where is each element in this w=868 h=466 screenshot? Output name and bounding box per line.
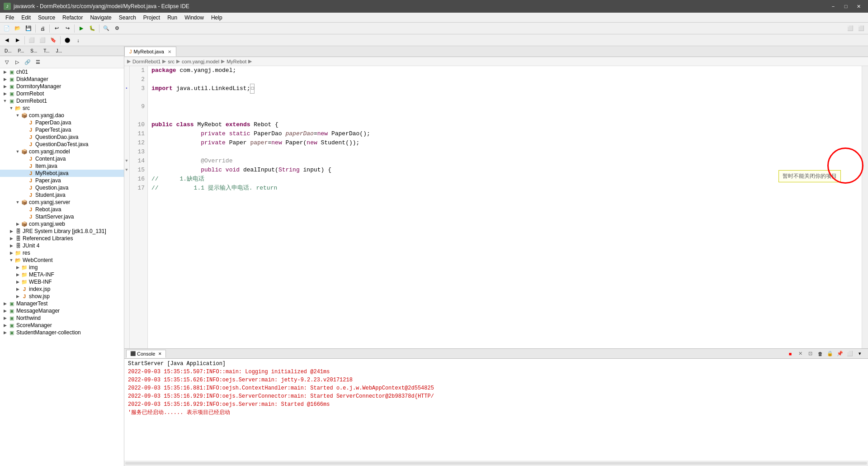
sidebar-tab-d[interactable]: D... bbox=[2, 48, 14, 54]
tree-item[interactable]: JPaper.java bbox=[0, 177, 124, 184]
tree-item[interactable]: ▶📁WEB-INF bbox=[0, 278, 124, 285]
tree-item[interactable]: ▶▣StudentManager-collection bbox=[0, 329, 124, 336]
minimize-button[interactable]: − bbox=[827, 2, 839, 11]
menu-navigate[interactable]: Navigate bbox=[86, 13, 115, 23]
toolbar-settings[interactable]: ⚙ bbox=[112, 24, 122, 33]
tree-item[interactable]: ▼📂WebContent bbox=[0, 257, 124, 264]
toolbar-open[interactable]: 📂 bbox=[13, 24, 23, 33]
console-tab-close[interactable]: ✕ bbox=[158, 352, 162, 356]
tab-myrebot[interactable]: J MyRebot.java ✕ bbox=[124, 47, 176, 57]
tree-item[interactable]: ▼📦com.yangj.dao bbox=[0, 112, 124, 119]
toolbar-new[interactable]: 📄 bbox=[2, 24, 12, 33]
maximize-button[interactable]: □ bbox=[840, 2, 852, 11]
toolbar-search[interactable]: 🔍 bbox=[101, 24, 111, 33]
console-pin[interactable]: 📌 bbox=[835, 350, 844, 358]
tree-item[interactable]: ▼📂src bbox=[0, 105, 124, 112]
sidebar-collapse[interactable]: ▽ bbox=[2, 57, 12, 67]
breadcrumb-class[interactable]: MyRebot bbox=[226, 59, 246, 64]
tree-item[interactable]: ▶🗄Referenced Libraries bbox=[0, 235, 124, 242]
toolbar-sep-4 bbox=[99, 24, 99, 33]
sidebar-menu[interactable]: ☰ bbox=[33, 57, 43, 67]
tree-item[interactable]: JItem.java bbox=[0, 162, 124, 170]
tree-item[interactable]: ▶📦com.yangj.web bbox=[0, 220, 124, 228]
toolbar-views[interactable]: ⬜ bbox=[856, 24, 866, 33]
menu-file[interactable]: File bbox=[2, 13, 18, 23]
tree-item[interactable]: ▶▣DiskManager bbox=[0, 76, 124, 83]
console-menu[interactable]: ▾ bbox=[855, 350, 864, 358]
menu-window[interactable]: Window bbox=[181, 13, 208, 23]
code-content[interactable]: package com.yangj.model; import java.uti… bbox=[148, 66, 862, 348]
toolbar-print[interactable]: 🖨 bbox=[38, 24, 47, 33]
tree-item[interactable]: ▶Jshow.jsp bbox=[0, 293, 124, 300]
tree-item[interactable]: JMyRebot.java bbox=[0, 170, 124, 177]
tree-item[interactable]: ▶📁res bbox=[0, 249, 124, 257]
toolbar-undo[interactable]: ↩ bbox=[52, 24, 61, 33]
menu-project[interactable]: Project bbox=[140, 13, 164, 23]
sidebar-link[interactable]: 🔗 bbox=[23, 57, 33, 67]
tree-item[interactable]: JQuestion.java bbox=[0, 184, 124, 191]
sidebar-tab-j[interactable]: J... bbox=[53, 48, 65, 54]
tree-item[interactable]: JPaperTest.java bbox=[0, 126, 124, 133]
toolbar-perspective[interactable]: ⬜ bbox=[845, 24, 855, 33]
console-tab[interactable]: ⬛ Console ✕ bbox=[126, 350, 166, 358]
toolbar-save[interactable]: 💾 bbox=[24, 24, 33, 33]
tree-item[interactable]: ▶▣MessageManager bbox=[0, 307, 124, 314]
tree-item[interactable]: ▶▣ManagerTest bbox=[0, 300, 124, 307]
sidebar-expand[interactable]: ▷ bbox=[12, 57, 22, 67]
tree-item[interactable]: JStudent.java bbox=[0, 191, 124, 199]
tree-item[interactable]: ▶📁img bbox=[0, 264, 124, 271]
tree-item[interactable]: ▶▣Northwind bbox=[0, 314, 124, 322]
console-new-window[interactable]: ⬜ bbox=[845, 350, 854, 358]
console-output: StartServer [Java Application] 2022-09-0… bbox=[124, 359, 868, 461]
console-disconnect[interactable]: ⊡ bbox=[806, 350, 815, 358]
console-clear[interactable]: 🗑 bbox=[816, 350, 825, 358]
tree-item[interactable]: ▼▣DormRebot1 bbox=[0, 97, 124, 105]
sidebar-tab-s[interactable]: S... bbox=[28, 48, 40, 54]
tab-close[interactable]: ✕ bbox=[168, 49, 171, 54]
menu-source[interactable]: Source bbox=[34, 13, 59, 23]
tree-item[interactable]: ▼📦com.yangj.server bbox=[0, 199, 124, 206]
breadcrumb-arrow-1: ▶ bbox=[127, 58, 131, 64]
close-button[interactable]: ✕ bbox=[853, 2, 864, 11]
toolbar2-outline[interactable]: ⬜ bbox=[38, 35, 47, 45]
toolbar2-step[interactable]: ↓ bbox=[73, 35, 83, 45]
editor-scrollbar-right[interactable] bbox=[862, 66, 868, 348]
sidebar-tab-t[interactable]: T... bbox=[41, 48, 52, 54]
toolbar-redo[interactable]: ↪ bbox=[62, 24, 72, 33]
menu-edit[interactable]: Edit bbox=[18, 13, 34, 23]
breadcrumb-src[interactable]: src bbox=[168, 59, 175, 64]
tree-item[interactable]: JQuestionDaoTest.java bbox=[0, 141, 124, 148]
menu-help[interactable]: Help bbox=[208, 13, 226, 23]
tree-item[interactable]: JContent.java bbox=[0, 155, 124, 162]
tree-item[interactable]: ▼📦com.yangj.model bbox=[0, 148, 124, 155]
toolbar2-hierarchy[interactable]: ⬜ bbox=[27, 35, 37, 45]
tree-item[interactable]: ▶🗄JUnit 4 bbox=[0, 242, 124, 249]
tree-item[interactable]: ▶▣DormitoryManager bbox=[0, 83, 124, 90]
menu-search[interactable]: Search bbox=[115, 13, 140, 23]
console-scrollbar-h[interactable] bbox=[124, 461, 868, 466]
console-scroll-lock[interactable]: 🔒 bbox=[826, 350, 835, 358]
tree-item[interactable]: JRebot.java bbox=[0, 206, 124, 213]
toolbar2-bookmark[interactable]: 🔖 bbox=[48, 35, 58, 45]
toolbar2-breakpoint[interactable]: ⬤ bbox=[62, 35, 72, 45]
tree-item[interactable]: ▶📁META-INF bbox=[0, 271, 124, 278]
tree-item[interactable]: ▶▣ch01 bbox=[0, 68, 124, 76]
console-stop[interactable]: ■ bbox=[786, 350, 795, 358]
tree-item[interactable]: ▶Jindex.jsp bbox=[0, 285, 124, 293]
tree-item[interactable]: JStartServer.java bbox=[0, 213, 124, 220]
tree-item[interactable]: ▶▣ScoreManager bbox=[0, 322, 124, 329]
breadcrumb-project[interactable]: DormRebot1 bbox=[132, 59, 160, 64]
menu-run[interactable]: Run bbox=[164, 13, 181, 23]
tree-item[interactable]: ▶🗄JRE System Library [jdk1.8.0_131] bbox=[0, 228, 124, 235]
toolbar-debug[interactable]: 🐛 bbox=[87, 24, 97, 33]
toolbar2-fwd[interactable]: ▶ bbox=[13, 35, 23, 45]
console-terminate[interactable]: ✕ bbox=[796, 350, 805, 358]
toolbar-run[interactable]: ▶ bbox=[76, 24, 86, 33]
breadcrumb-package[interactable]: com.yangj.model bbox=[182, 59, 219, 64]
tree-item[interactable]: JQuestionDao.java bbox=[0, 133, 124, 141]
menu-refactor[interactable]: Refactor bbox=[59, 13, 86, 23]
tree-item[interactable]: JPaperDao.java bbox=[0, 119, 124, 126]
tree-item[interactable]: ▶▣DormRebot bbox=[0, 90, 124, 97]
toolbar2-back[interactable]: ◀ bbox=[2, 35, 12, 45]
sidebar-tab-p[interactable]: P... bbox=[15, 48, 27, 54]
